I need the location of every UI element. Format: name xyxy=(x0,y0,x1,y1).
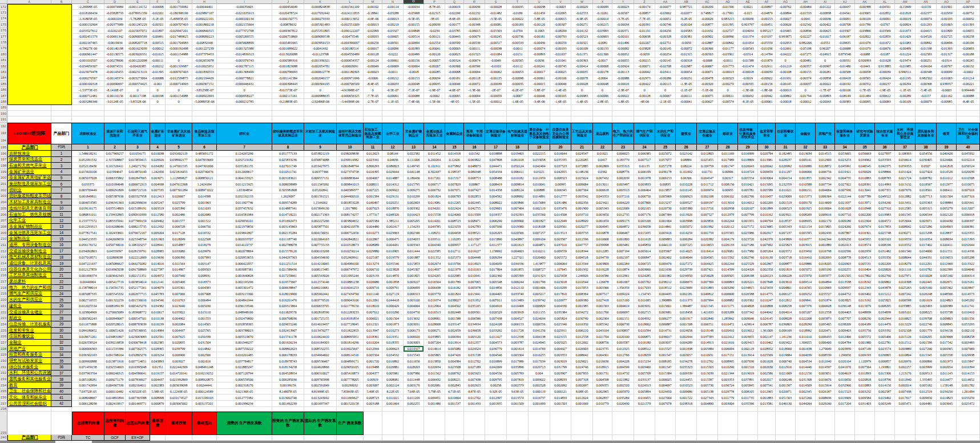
cell[interactable] xyxy=(507,412,529,435)
scrollbar-thumb[interactable] xyxy=(55,441,92,443)
cell[interactable]: -0.00014 xyxy=(593,16,612,22)
cell[interactable]: 0.004138 xyxy=(529,333,550,340)
cell[interactable]: 0.003100 xyxy=(404,297,424,303)
cell[interactable]: -0.00049 xyxy=(364,63,382,69)
cell[interactable]: 0.013513 xyxy=(550,230,571,236)
cell[interactable]: -0.00793 xyxy=(550,34,571,39)
cell[interactable]: 0.009900 xyxy=(507,218,529,224)
cell[interactable]: -0.00893 xyxy=(816,93,835,99)
cell[interactable]: 9.32E-05 xyxy=(485,389,507,395)
cell[interactable]: -0.013020088 xyxy=(272,51,304,57)
cell[interactable]: 0.005805 xyxy=(424,352,445,359)
cell[interactable]: 0.007517 xyxy=(634,157,655,163)
cell[interactable] xyxy=(571,105,593,111)
cell[interactable]: -5.49995E-05 xyxy=(166,16,192,22)
cell[interactable]: -1.6E-05 xyxy=(550,99,571,104)
cell[interactable]: 0.029739 xyxy=(676,267,697,273)
cell[interactable]: 0.033511 xyxy=(424,236,445,242)
cell[interactable] xyxy=(776,435,796,441)
cell[interactable]: -0.00422 xyxy=(634,81,655,87)
row-label-sector-42[interactable]: 公共管理和社会组织 xyxy=(7,401,51,407)
cell[interactable]: 0.007517 xyxy=(593,291,612,297)
cell[interactable]: -0.00096 xyxy=(382,46,404,51)
cell[interactable]: 1.117127 xyxy=(464,242,485,248)
cell[interactable]: 0.001697347 xyxy=(304,401,337,407)
cell[interactable]: -0.00145 xyxy=(655,58,676,63)
cell[interactable]: 0.031602119 xyxy=(166,151,192,157)
cell[interactable]: 0 xyxy=(816,58,835,63)
cell[interactable]: 0.027119 xyxy=(382,291,404,297)
cell[interactable]: 1.107645 xyxy=(550,267,571,273)
cell[interactable]: 0.036178 xyxy=(655,169,676,175)
cell[interactable]: 0.012024 xyxy=(571,394,593,401)
cell[interactable]: -1.7E-05 xyxy=(855,87,875,92)
cell[interactable]: 0.053821219 xyxy=(304,151,337,157)
cell[interactable]: -0.00611 xyxy=(718,93,738,99)
cell[interactable]: 0.006025 xyxy=(612,151,634,157)
cell[interactable]: -0.00426385 xyxy=(126,63,150,69)
cell[interactable]: -0.00096 xyxy=(593,93,612,99)
cell[interactable]: 0.005087335 xyxy=(72,291,104,297)
cell[interactable]: 0.054556 xyxy=(916,151,937,157)
cell[interactable]: 0.003057 xyxy=(676,352,697,359)
cell[interactable]: 0.014614 xyxy=(424,346,445,352)
cell[interactable]: 0.003087381 xyxy=(217,267,272,273)
cell[interactable]: 0.035313 xyxy=(612,163,634,169)
column-letter-O[interactable]: O xyxy=(404,0,424,4)
cell[interactable] xyxy=(485,407,507,412)
cell[interactable]: -0.00221 xyxy=(957,81,980,87)
cell[interactable]: 0.009574289 xyxy=(272,199,304,206)
cell[interactable]: 0.043897 xyxy=(507,236,529,242)
cell[interactable]: 0.045307 xyxy=(404,267,424,273)
cell[interactable]: 0.027922 xyxy=(835,181,855,187)
cell[interactable]: 0.027434790 xyxy=(337,291,364,297)
cell[interactable]: -0.00132 xyxy=(957,63,980,69)
cell[interactable]: 0.001547 xyxy=(655,364,676,370)
cell[interactable]: 0.100651426 xyxy=(104,328,126,334)
cell[interactable]: 0.026203 xyxy=(485,230,507,236)
cell[interactable]: 0.006783 xyxy=(445,194,464,200)
cell[interactable]: 0.024455 xyxy=(676,376,697,382)
cell[interactable]: -0.00536 xyxy=(464,39,485,45)
cell[interactable]: 0.038521 xyxy=(464,230,485,236)
cell[interactable]: 0.003384 xyxy=(697,346,718,352)
cell[interactable]: 0.012558 xyxy=(571,333,593,340)
cell[interactable]: -0.000958227 xyxy=(217,93,272,99)
cell[interactable]: 0.052409911 xyxy=(337,255,364,261)
cell[interactable]: 0.033710 xyxy=(571,212,593,218)
cell[interactable]: 0.004365 xyxy=(937,346,957,352)
cell[interactable]: 0.013274 xyxy=(364,260,382,267)
cell[interactable]: -0.00942 xyxy=(758,93,776,99)
cell[interactable]: 0.004039 xyxy=(796,352,816,359)
cell[interactable]: -0.000446431 xyxy=(217,81,272,87)
cell[interactable]: -0.00436 xyxy=(529,39,550,45)
cell[interactable]: -0.00053 xyxy=(507,69,529,75)
cell[interactable]: -0.00155 xyxy=(404,22,424,27)
cell[interactable] xyxy=(916,111,937,116)
cell[interactable]: 0.004064 xyxy=(816,187,835,194)
column-header-sector-24[interactable]: 燃气生产和供应业 xyxy=(634,123,655,144)
cell[interactable]: 0.004314 xyxy=(957,273,980,279)
cell[interactable] xyxy=(776,105,796,111)
cell[interactable]: 0.072885 xyxy=(571,163,593,169)
cell[interactable]: 0.015234 xyxy=(634,358,655,364)
cell[interactable]: -0.00565 xyxy=(507,58,529,63)
cell[interactable]: 0.034532 xyxy=(382,352,404,359)
row-number-217[interactable]: 217 xyxy=(0,279,7,285)
cell[interactable]: 0.029044 xyxy=(382,169,404,175)
cell[interactable]: -0.0007 xyxy=(507,93,529,99)
cell[interactable]: -0.00922 xyxy=(758,75,776,81)
cell[interactable]: 0.004340 xyxy=(424,242,445,248)
cell[interactable]: 0.042370 xyxy=(758,236,776,242)
cell[interactable]: 0.032554603 xyxy=(104,364,126,370)
cell[interactable]: -1.1E-05 xyxy=(382,99,404,104)
cell[interactable]: 0.001588 xyxy=(445,315,464,321)
cell[interactable]: 0.016513 xyxy=(424,309,445,316)
cell[interactable]: 0.033137 xyxy=(634,376,655,382)
cell[interactable] xyxy=(529,407,550,412)
cell[interactable]: -0.05828733 xyxy=(104,10,126,15)
cell[interactable]: 0.01621 xyxy=(593,151,612,157)
cell[interactable]: 0.0507 xyxy=(916,163,937,169)
cell[interactable]: 0.008845 xyxy=(937,321,957,328)
cell[interactable]: 0.026976 xyxy=(895,358,916,364)
